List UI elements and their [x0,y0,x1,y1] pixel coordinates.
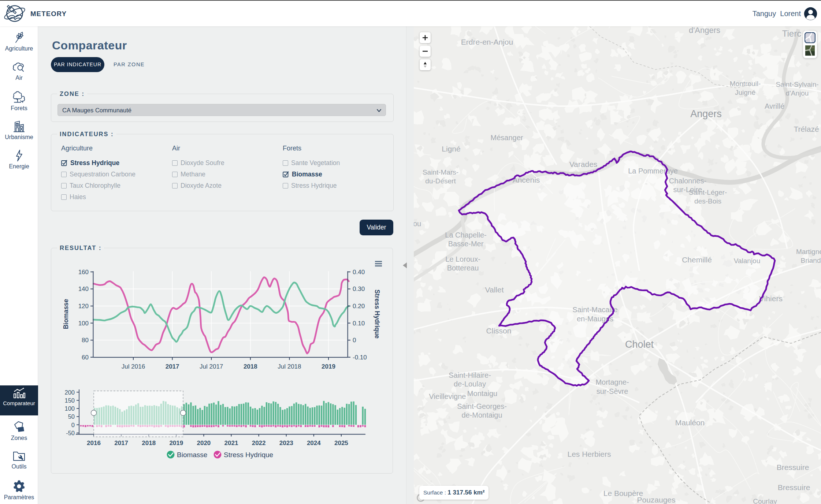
svg-text:2020: 2020 [197,440,211,447]
svg-text:160: 160 [78,269,89,276]
svg-text:sur-Loire: sur-Loire [673,186,702,194]
svg-text:Briand: Briand [801,257,821,264]
svg-text:2019: 2019 [322,363,335,370]
svg-text:150: 150 [64,397,75,404]
svg-text:0.40: 0.40 [353,269,365,276]
svg-text:Biomasse: Biomasse [62,299,70,329]
svg-text:Saint-Hilaire-: Saint-Hilaire- [449,371,491,379]
svg-text:Le Loroux-: Le Loroux- [445,255,480,263]
svg-text:2022: 2022 [252,440,266,447]
svg-text:60: 60 [82,354,89,361]
svg-text:Trélazé: Trélazé [794,125,819,133]
svg-text:Mésanger: Mésanger [491,134,523,142]
svg-text:de-Loulay: de-Loulay [454,380,486,388]
svg-text:Jul 2017: Jul 2017 [200,363,223,370]
svg-text:Varades: Varades [569,160,598,168]
svg-text:Stress Hydrique: Stress Hydrique [374,290,381,339]
svg-text:Montaigu: Montaigu [467,389,497,397]
svg-text:Vieillevigne: Vieillevigne [429,392,466,400]
svg-text:Les Herbiers: Les Herbiers [567,450,611,458]
svg-text:Ancenis: Ancenis [513,176,540,184]
svg-text:50: 50 [68,413,75,420]
svg-text:Vallet: Vallet [485,285,504,294]
svg-text:Montreuil-: Montreuil- [730,80,761,87]
svg-text:0: 0 [353,337,356,344]
svg-text:Ligné: Ligné [442,145,460,153]
svg-text:0.30: 0.30 [353,285,365,292]
svg-text:-0.10: -0.10 [353,354,367,361]
svg-text:2018: 2018 [244,363,257,370]
svg-text:Stress Hydrique: Stress Hydrique [224,451,273,459]
svg-text:Saint-Sylvain-: Saint-Sylvain- [776,81,818,88]
svg-text:Chalonnes-: Chalonnes- [669,177,706,185]
svg-text:0: 0 [71,422,75,428]
svg-text:Mortagne-: Mortagne- [595,378,629,386]
svg-text:Bressuire: Bressuire [777,463,809,471]
svg-text:2019: 2019 [169,440,183,447]
svg-text:Angers: Angers [690,108,722,119]
svg-text:Basse-Mer: Basse-Mer [448,240,484,248]
svg-text:2023: 2023 [279,440,293,447]
svg-text:2025: 2025 [334,440,348,447]
svg-text:Bottereau: Bottereau [447,264,479,272]
svg-text:Erdre-en-Anjou: Erdre-en-Anjou [461,38,513,46]
svg-text:Juigné: Juigné [735,89,755,96]
svg-text:Saint-Mars-: Saint-Mars- [423,168,458,176]
svg-text:2017: 2017 [114,440,128,447]
svg-text:Chemillé: Chemillé [682,255,712,264]
svg-text:La Chapelle-: La Chapelle- [445,231,486,239]
svg-text:Jul 2016: Jul 2016 [122,363,145,370]
svg-text:Avrillé: Avrillé [765,102,784,110]
svg-text:des-Bois: des-Bois [694,197,721,205]
svg-text:Mauléon: Mauléon [675,418,705,427]
svg-text:Biomasse: Biomasse [177,451,207,459]
svg-text:140: 140 [78,285,89,292]
svg-text:Martigné-: Martigné- [796,248,821,255]
svg-text:Valanjou: Valanjou [734,257,761,265]
svg-text:Tierc: Tierc [782,29,801,38]
svg-text:-50: -50 [66,430,75,436]
svg-text:Jul 2018: Jul 2018 [278,363,301,370]
svg-text:Saint-Georges-: Saint-Georges- [457,402,507,410]
svg-text:2021: 2021 [224,440,238,447]
svg-text:100: 100 [78,320,89,327]
svg-text:0.20: 0.20 [353,303,365,310]
svg-text:200: 200 [64,389,75,396]
svg-text:120: 120 [78,303,89,310]
svg-text:2016: 2016 [87,440,101,447]
svg-text:Bressuire: Bressuire [778,483,810,492]
svg-text:80: 80 [82,337,89,344]
svg-text:Pouzauges: Pouzauges [637,496,675,504]
svg-text:du-Désert: du-Désert [425,177,456,185]
svg-text:de-Montaigu: de-Montaigu [461,411,502,419]
svg-text:La Pommeraye: La Pommeraye [628,167,678,175]
svg-text:2017: 2017 [166,363,179,370]
svg-text:2024: 2024 [307,440,321,447]
svg-text:Clisson: Clisson [486,326,512,335]
svg-text:d'Angers: d'Angers [689,26,720,35]
svg-text:Courlay: Courlay [753,497,777,504]
svg-text:Cholet: Cholet [625,339,654,350]
svg-text:2018: 2018 [142,440,156,447]
svg-text:ou: ou [414,220,421,228]
svg-text:0.10: 0.10 [353,320,365,327]
svg-text:sur-Sèvre: sur-Sèvre [597,387,628,395]
svg-text:100: 100 [64,405,75,412]
svg-text:d'Anjou: d'Anjou [786,89,809,97]
